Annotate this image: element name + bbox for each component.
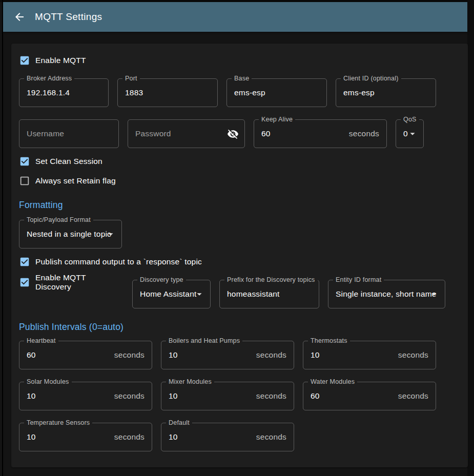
connection-row-1: Broker Address Port Base Client ID (opti… bbox=[19, 78, 460, 107]
boilers-field: Boilers and Heat Pumps seconds bbox=[161, 341, 294, 369]
username-input[interactable] bbox=[19, 120, 118, 148]
page-title: MQTT Settings bbox=[35, 11, 102, 23]
checkbox-checked-icon[interactable] bbox=[19, 156, 30, 167]
client-id-input[interactable] bbox=[336, 79, 436, 107]
solar-modules-input[interactable] bbox=[19, 382, 114, 410]
default-interval-label: Default bbox=[166, 419, 192, 427]
window-edge-left bbox=[2, 0, 3, 476]
arrow-back-icon bbox=[13, 11, 26, 23]
client-id-label: Client ID (optional) bbox=[341, 74, 401, 83]
mixer-modules-label: Mixer Modules bbox=[166, 378, 214, 386]
client-id-field: Client ID (optional) bbox=[336, 78, 436, 107]
boilers-label: Boilers and Heat Pumps bbox=[166, 337, 242, 345]
username-field bbox=[19, 119, 119, 148]
boilers-input[interactable] bbox=[161, 341, 256, 369]
entity-id-format-select[interactable]: Entity ID format Single instance, short … bbox=[328, 280, 445, 308]
checkbox-checked-icon[interactable] bbox=[19, 256, 30, 267]
mixer-modules-unit: seconds bbox=[256, 391, 294, 401]
topic-format-row: Topic/Payload Format Nested in a single … bbox=[19, 220, 460, 249]
window-edge-right bbox=[467, 0, 474, 476]
retain-flag-label: Always set Retain flag bbox=[35, 176, 116, 185]
water-modules-unit: seconds bbox=[398, 391, 436, 401]
heartbeat-label: Heartbeat bbox=[24, 337, 58, 345]
thermostats-input[interactable] bbox=[303, 341, 398, 369]
retain-flag-checkbox[interactable]: Always set Retain flag bbox=[19, 175, 460, 187]
dropdown-arrow-icon bbox=[428, 288, 440, 300]
entity-id-format-label: Entity ID format bbox=[333, 276, 384, 284]
dropdown-arrow-icon bbox=[194, 288, 205, 300]
broker-address-input[interactable] bbox=[19, 79, 108, 107]
port-label: Port bbox=[122, 74, 140, 83]
base-input[interactable] bbox=[227, 79, 326, 107]
solar-modules-unit: seconds bbox=[114, 391, 152, 401]
topic-format-select[interactable]: Topic/Payload Format Nested in a single … bbox=[19, 220, 122, 249]
thermostats-field: Thermostats seconds bbox=[303, 341, 436, 369]
password-field bbox=[128, 119, 245, 148]
keep-alive-input[interactable] bbox=[254, 120, 349, 148]
water-modules-input[interactable] bbox=[303, 382, 398, 410]
topic-format-label: Topic/Payload Format bbox=[24, 216, 93, 224]
enable-mqtt-checkbox[interactable]: Enable MQTT bbox=[19, 55, 460, 66]
temperature-sensors-label: Temperature Sensors bbox=[24, 419, 92, 427]
qos-label: QoS bbox=[401, 115, 419, 124]
app-bar: MQTT Settings bbox=[3, 2, 467, 32]
mqtt-settings-card: Enable MQTT Broker Address Port Base Cli… bbox=[11, 44, 468, 467]
port-input[interactable] bbox=[118, 79, 217, 107]
mixer-modules-input[interactable] bbox=[161, 382, 256, 410]
keep-alive-field: Keep Alive seconds bbox=[254, 119, 387, 148]
broker-address-field: Broker Address bbox=[19, 78, 109, 107]
solar-modules-field: Solar Modules seconds bbox=[19, 382, 152, 410]
heartbeat-field: Heartbeat seconds bbox=[19, 341, 152, 369]
temperature-sensors-input[interactable] bbox=[19, 423, 114, 451]
formatting-heading: Formatting bbox=[19, 200, 460, 211]
qos-value: 0 bbox=[396, 129, 408, 138]
clean-session-checkbox[interactable]: Set Clean Session bbox=[19, 156, 460, 167]
port-field: Port bbox=[117, 78, 218, 107]
publish-response-checkbox[interactable]: Publish command output to a `response` t… bbox=[19, 256, 460, 267]
enable-discovery-label: Enable MQTT Discovery bbox=[35, 273, 123, 292]
base-field: Base bbox=[226, 78, 327, 107]
toggle-password-visibility-button[interactable] bbox=[226, 127, 239, 140]
discovery-type-select[interactable]: Discovery type Home Assistant bbox=[132, 280, 211, 308]
intervals-grid: Heartbeat seconds Boilers and Heat Pumps… bbox=[19, 341, 460, 451]
thermostats-unit: seconds bbox=[398, 350, 436, 360]
enable-mqtt-label: Enable MQTT bbox=[35, 56, 86, 65]
water-modules-field: Water Modules seconds bbox=[303, 382, 436, 410]
temperature-sensors-unit: seconds bbox=[114, 432, 152, 442]
default-interval-unit: seconds bbox=[256, 432, 294, 442]
discovery-type-value: Home Assistant bbox=[133, 289, 196, 299]
thermostats-label: Thermostats bbox=[308, 337, 350, 345]
discovery-prefix-input[interactable] bbox=[220, 280, 319, 308]
connection-row-2: Keep Alive seconds QoS 0 bbox=[19, 119, 460, 148]
heartbeat-unit: seconds bbox=[114, 350, 152, 360]
water-modules-label: Water Modules bbox=[308, 378, 357, 386]
discovery-prefix-label: Prefix for the Discovery topics bbox=[224, 276, 318, 284]
dropdown-arrow-icon bbox=[407, 128, 418, 139]
publish-response-label: Publish command output to a `response` t… bbox=[35, 257, 202, 266]
discovery-row: Enable MQTT Discovery Discovery type Hom… bbox=[19, 276, 460, 308]
boilers-unit: seconds bbox=[256, 350, 294, 360]
discovery-prefix-field: Prefix for the Discovery topics bbox=[219, 280, 319, 308]
topic-format-value: Nested in a single topic bbox=[19, 230, 111, 239]
qos-select[interactable]: QoS 0 bbox=[396, 119, 424, 148]
heartbeat-input[interactable] bbox=[19, 341, 114, 369]
checkbox-checked-icon[interactable] bbox=[19, 277, 30, 288]
enable-discovery-checkbox[interactable]: Enable MQTT Discovery bbox=[19, 277, 123, 288]
broker-address-label: Broker Address bbox=[24, 74, 74, 83]
keep-alive-label: Keep Alive bbox=[259, 115, 295, 124]
temperature-sensors-field: Temperature Sensors seconds bbox=[19, 423, 152, 451]
visibility-off-icon bbox=[227, 128, 239, 140]
discovery-type-label: Discovery type bbox=[137, 276, 186, 284]
keep-alive-unit: seconds bbox=[349, 129, 386, 138]
entity-id-format-value: Single instance, short name bbox=[328, 289, 437, 299]
base-label: Base bbox=[232, 74, 252, 83]
solar-modules-label: Solar Modules bbox=[24, 378, 72, 386]
default-interval-input[interactable] bbox=[161, 423, 256, 451]
checkbox-unchecked-icon[interactable] bbox=[19, 175, 30, 187]
default-interval-field: Default seconds bbox=[161, 423, 294, 451]
dropdown-arrow-icon bbox=[105, 229, 116, 240]
publish-intervals-heading: Publish Intervals (0=auto) bbox=[19, 322, 460, 333]
checkbox-checked-icon[interactable] bbox=[19, 55, 30, 66]
back-button[interactable] bbox=[13, 11, 26, 23]
clean-session-label: Set Clean Session bbox=[35, 157, 102, 166]
